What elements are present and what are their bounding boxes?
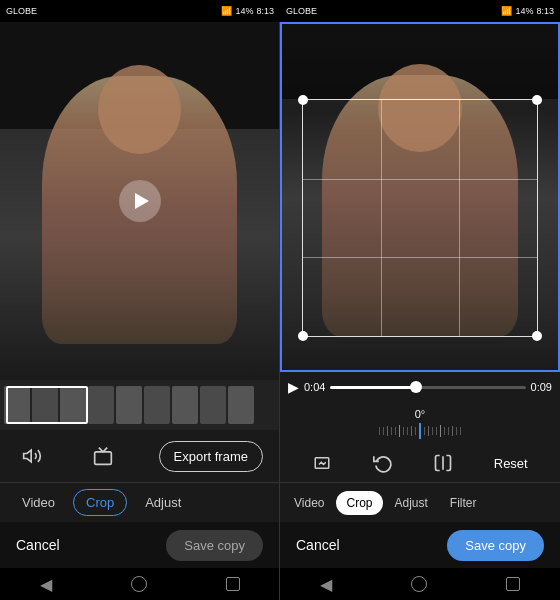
end-time: 0:09 [531, 381, 552, 393]
speaker-icon[interactable] [16, 440, 48, 472]
crop-handle-tr[interactable] [532, 95, 542, 105]
playback-bar: ▶ 0:04 0:09 [280, 372, 560, 402]
left-status-bar: GLOBE 📶 14% 8:13 [0, 0, 280, 22]
right-nav: ◀ [280, 568, 560, 600]
left-controls: Export frame [0, 430, 279, 482]
right-tool-icons-bar: Reset [280, 444, 560, 482]
film-frame [32, 386, 58, 424]
film-frame [88, 386, 114, 424]
right-carrier: GLOBE [286, 6, 317, 16]
left-tab-bar: Video Crop Adjust [0, 482, 279, 522]
caption-icon[interactable] [87, 440, 119, 472]
rotation-bar[interactable]: 0° [280, 402, 560, 444]
right-panel: ▶ 0:04 0:09 0° [280, 22, 560, 568]
play-small-icon[interactable]: ▶ [288, 379, 299, 395]
right-cancel-button[interactable]: Cancel [296, 537, 340, 553]
right-home-nav-icon[interactable] [411, 576, 427, 592]
film-frame [144, 386, 170, 424]
flip-icon[interactable] [433, 453, 453, 473]
recents-nav-icon[interactable] [226, 577, 240, 591]
timeline-strip[interactable] [0, 380, 279, 430]
left-tab-crop[interactable]: Crop [73, 489, 127, 516]
left-video-thumb [0, 22, 279, 380]
progress-thumb[interactable] [410, 381, 422, 393]
film-frame [60, 386, 86, 424]
left-tab-adjust[interactable]: Adjust [131, 490, 195, 515]
nav-bar: ◀ ◀ [0, 568, 560, 600]
progress-fill [330, 386, 416, 389]
right-tab-adjust[interactable]: Adjust [385, 491, 438, 515]
right-tab-bar: Video Crop Adjust Filter [280, 482, 560, 522]
right-action-bar: Cancel Save copy [280, 522, 560, 568]
right-video-thumb [280, 22, 560, 372]
grid-line-v1 [381, 100, 382, 336]
play-button[interactable] [119, 180, 161, 222]
right-back-nav-icon[interactable]: ◀ [320, 575, 332, 594]
grid-line-h1 [303, 179, 536, 180]
rotation-ruler [379, 423, 461, 439]
reset-button[interactable]: Reset [494, 456, 528, 471]
left-signal-icons: 📶 [221, 6, 232, 16]
left-cancel-button[interactable]: Cancel [16, 537, 60, 553]
right-video-preview[interactable] [280, 22, 560, 372]
left-panel: Export frame Video Crop Adjust Cancel Sa… [0, 22, 280, 568]
rotate-icon[interactable] [373, 453, 393, 473]
right-signal-icons: 📶 [501, 6, 512, 16]
film-frame [200, 386, 226, 424]
rotation-angle: 0° [415, 408, 426, 420]
left-time: 8:13 [256, 6, 274, 16]
current-time: 0:04 [304, 381, 325, 393]
film-frame [172, 386, 198, 424]
grid-line-h2 [303, 257, 536, 258]
crop-handle-tl[interactable] [298, 95, 308, 105]
left-tab-video[interactable]: Video [8, 490, 69, 515]
right-save-copy-button[interactable]: Save copy [447, 530, 544, 561]
play-icon [135, 193, 149, 209]
svg-rect-1 [95, 452, 112, 465]
crop-handle-br[interactable] [532, 331, 542, 341]
left-battery: 14% [235, 6, 253, 16]
aspect-ratio-icon[interactable] [312, 454, 332, 472]
ruler-center-mark [419, 423, 421, 439]
film-frame [4, 386, 30, 424]
export-frame-button[interactable]: Export frame [159, 441, 263, 472]
left-action-bar: Cancel Save copy [0, 522, 279, 568]
crop-handle-bl[interactable] [298, 331, 308, 341]
progress-track[interactable] [330, 386, 525, 389]
svg-marker-0 [24, 450, 32, 462]
right-battery: 14% [515, 6, 533, 16]
right-tab-crop[interactable]: Crop [336, 491, 382, 515]
right-status-bar: GLOBE 📶 14% 8:13 [280, 0, 560, 22]
left-carrier: GLOBE [6, 6, 37, 16]
left-save-copy-button[interactable]: Save copy [166, 530, 263, 561]
head-shape [98, 65, 182, 155]
grid-line-v2 [459, 100, 460, 336]
film-frame [116, 386, 142, 424]
left-video-preview[interactable] [0, 22, 279, 380]
back-nav-icon[interactable]: ◀ [40, 575, 52, 594]
right-tab-filter[interactable]: Filter [440, 491, 487, 515]
film-frame [228, 386, 254, 424]
left-nav: ◀ [0, 568, 280, 600]
right-recents-nav-icon[interactable] [506, 577, 520, 591]
home-nav-icon[interactable] [131, 576, 147, 592]
right-tab-video[interactable]: Video [284, 491, 334, 515]
crop-grid-box[interactable] [302, 99, 537, 337]
right-time: 8:13 [536, 6, 554, 16]
